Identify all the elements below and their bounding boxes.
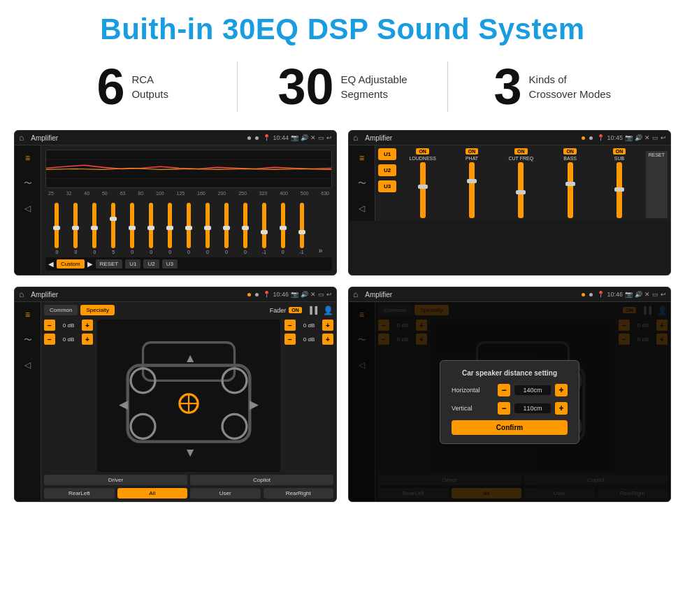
db3-minus-btn[interactable]: − — [284, 320, 296, 331]
distance-back-icon[interactable]: ↩ — [661, 291, 666, 298]
crossover-sidebar-speaker[interactable]: ◁ — [354, 200, 370, 217]
loudness-slider[interactable] — [420, 162, 426, 218]
eq-slider-expand[interactable]: » — [312, 247, 329, 255]
db1-minus-btn[interactable]: − — [44, 320, 55, 331]
db3-plus-btn[interactable]: + — [322, 320, 333, 331]
bass-label: BASS — [563, 156, 577, 161]
phat-slider[interactable] — [469, 162, 475, 218]
stat-rca: 6 RCA Outputs — [28, 62, 238, 112]
volume-icon: 🔊 — [301, 134, 308, 141]
sub-slider[interactable] — [616, 162, 622, 218]
eq-slider-13[interactable]: 0 — [274, 203, 291, 255]
eq-slider-3[interactable]: 0 — [86, 203, 103, 255]
eq-u1-btn[interactable]: U1 — [125, 259, 140, 268]
eq-sidebar: ≡ 〜 ◁ — [15, 145, 41, 275]
eq-reset-btn[interactable]: RESET — [96, 259, 123, 268]
home-icon[interactable]: ⌂ — [19, 133, 24, 143]
eq-next-btn[interactable]: ▶ — [87, 260, 93, 268]
db-row-2: − 0 dB + — [44, 334, 93, 345]
u3-button[interactable]: U3 — [378, 180, 396, 192]
db4-minus-btn[interactable]: − — [284, 334, 296, 345]
fader-sidebar-speaker[interactable]: ◁ — [20, 357, 36, 373]
cutfreq-slider[interactable] — [518, 162, 524, 218]
stats-row: 6 RCA Outputs 30 EQ Adjustable Segments … — [0, 53, 685, 124]
crossover-sidebar: ≡ 〜 ◁ — [349, 145, 375, 221]
crossover-home-icon[interactable]: ⌂ — [353, 133, 358, 143]
eq-slider-8[interactable]: 0 — [180, 203, 198, 255]
eq-u2-btn[interactable]: U2 — [143, 259, 159, 268]
eq-slider-5[interactable]: 0 — [124, 203, 141, 255]
eq-sidebar-speaker[interactable]: ◁ — [20, 200, 36, 217]
eq-slider-6[interactable]: 0 — [143, 203, 160, 255]
db2-value: 0 dB — [57, 336, 80, 343]
vertical-minus-btn[interactable]: − — [498, 402, 510, 415]
rearright-btn[interactable]: RearRight — [264, 488, 334, 499]
driver-btn[interactable]: Driver — [44, 475, 187, 485]
crossover-back-icon[interactable]: ↩ — [661, 134, 666, 141]
all-btn[interactable]: All — [117, 488, 188, 499]
horizontal-minus-btn[interactable]: − — [498, 384, 510, 396]
confirm-button[interactable]: Confirm — [452, 420, 568, 435]
loudness-on[interactable]: ON — [416, 148, 429, 155]
eq-slider-7[interactable]: 0 — [161, 203, 179, 255]
fader-home-icon[interactable]: ⌂ — [19, 289, 24, 299]
eq-slider-9[interactable]: 0 — [199, 203, 217, 255]
eq-preset-label[interactable]: Custom — [57, 259, 85, 268]
eq-screen-title: Amplifier — [31, 134, 243, 142]
eq-main-area: 25 32 40 50 63 80 100 125 160 200 250 32… — [41, 145, 336, 275]
u1-button[interactable]: U1 — [378, 148, 396, 160]
phat-on[interactable]: ON — [466, 148, 479, 155]
crossover-volume-icon: 🔊 — [635, 134, 642, 141]
eq-graph-svg — [46, 150, 331, 187]
u2-button[interactable]: U2 — [378, 164, 396, 176]
fader-on-toggle[interactable]: ON — [289, 307, 302, 313]
db2-plus-btn[interactable]: + — [82, 334, 93, 345]
sub-on[interactable]: ON — [613, 148, 626, 155]
eq-slider-1[interactable]: 0 — [48, 203, 66, 255]
fader-right-controls: − 0 dB + − 0 dB + — [284, 320, 333, 472]
user-btn[interactable]: User — [190, 488, 261, 499]
eq-u3-btn[interactable]: U3 — [162, 259, 178, 268]
back-icon[interactable]: ↩ — [326, 134, 332, 141]
crossover-battery-icon: ▭ — [652, 134, 658, 141]
cross-reset-btn[interactable]: RESET — [646, 151, 668, 218]
fader-common-tab[interactable]: Common — [44, 305, 78, 315]
fader-dot1 — [247, 293, 251, 296]
bass-on[interactable]: ON — [563, 148, 577, 155]
eq-sidebar-eq[interactable]: ≡ — [20, 150, 36, 166]
fader-specialty-tab[interactable]: Specialty — [80, 305, 114, 315]
eq-slider-10[interactable]: 0 — [217, 203, 235, 255]
horizontal-plus-btn[interactable]: + — [555, 384, 568, 396]
fader-bottom-btns-2: RearLeft All User RearRight — [44, 488, 333, 499]
copilot-btn[interactable]: Copilot — [190, 475, 333, 485]
vertical-value: 110cm — [514, 403, 551, 413]
fader-person-icon[interactable]: 👤 — [323, 306, 333, 315]
fader-sidebar-eq[interactable]: ≡ — [20, 306, 36, 323]
crossover-dot1 — [582, 136, 585, 140]
db4-plus-btn[interactable]: + — [322, 334, 333, 345]
fader-sidebar-wave[interactable]: 〜 — [20, 331, 36, 348]
eq-slider-2[interactable]: 0 — [67, 203, 85, 255]
cutfreq-on[interactable]: ON — [514, 148, 528, 155]
eq-slider-12[interactable]: -1 — [255, 203, 273, 255]
svg-text:▼: ▼ — [184, 445, 196, 459]
distance-home-icon[interactable]: ⌂ — [353, 289, 358, 299]
bass-slider[interactable] — [568, 162, 573, 218]
eq-slider-11[interactable]: 0 — [236, 203, 254, 255]
rearleft-btn[interactable]: RearLeft — [44, 488, 115, 499]
eq-prev-btn[interactable]: ◀ — [48, 260, 54, 268]
eq-slider-14[interactable]: -1 — [293, 203, 310, 255]
eq-slider-4[interactable]: 5 — [105, 203, 122, 255]
crossover-main-area: U1 U2 U3 ON LOUDNESS ON PHAT — [375, 145, 670, 221]
rca-number: 6 — [96, 62, 124, 112]
db2-minus-btn[interactable]: − — [44, 334, 55, 345]
vertical-plus-btn[interactable]: + — [555, 402, 568, 415]
crossover-label: Kinds of Crossover Modes — [529, 72, 612, 101]
fader-back-icon[interactable]: ↩ — [326, 291, 332, 298]
crossover-sidebar-wave[interactable]: 〜 — [354, 175, 370, 192]
db1-plus-btn[interactable]: + — [82, 320, 93, 331]
distance-status-icons: 📍 10:46 📷 🔊 ✕ ▭ ↩ — [597, 291, 666, 298]
crossover-sidebar-eq[interactable]: ≡ — [354, 150, 370, 166]
stat-crossover: 3 Kinds of Crossover Modes — [448, 62, 657, 112]
eq-sidebar-wave[interactable]: 〜 — [20, 175, 36, 192]
